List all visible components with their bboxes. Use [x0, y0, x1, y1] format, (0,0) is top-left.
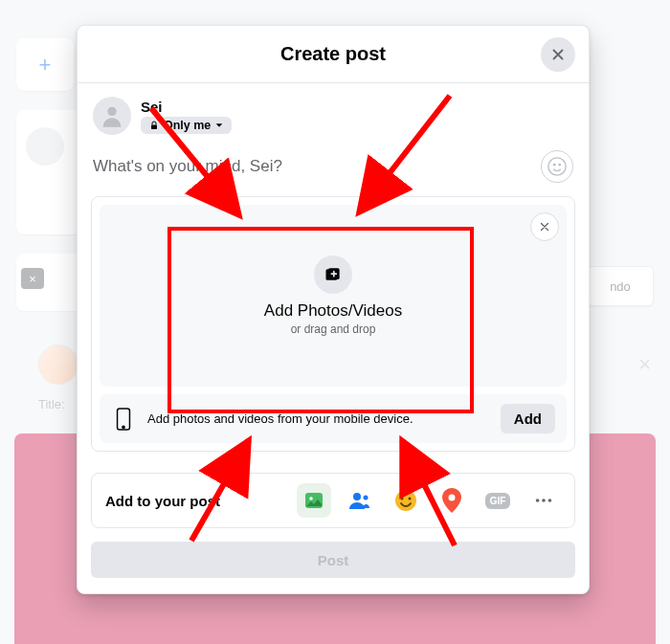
- mobile-upload-text: Add photos and videos from your mobile d…: [147, 411, 489, 426]
- privacy-label: Only me: [164, 119, 211, 132]
- avatar: [93, 97, 131, 135]
- photo-video-icon[interactable]: [297, 483, 331, 518]
- user-name: Sei: [141, 99, 232, 115]
- attach-icons: GIF: [297, 483, 561, 518]
- add-media-icon: [314, 255, 352, 294]
- svg-point-17: [449, 495, 456, 501]
- svg-point-15: [401, 498, 404, 500]
- close-icon: [549, 46, 567, 63]
- user-icon: [99, 102, 125, 129]
- user-meta: Sei Only me: [141, 99, 232, 134]
- mobile-upload-bar: Add photos and videos from your mobile d…: [100, 394, 567, 443]
- tag-people-icon[interactable]: [343, 483, 377, 518]
- chevron-down-icon: [214, 121, 224, 130]
- feeling-icon[interactable]: [389, 483, 423, 518]
- close-button[interactable]: [541, 37, 575, 72]
- svg-rect-1: [151, 124, 157, 129]
- svg-point-4: [559, 164, 560, 165]
- upload-dropzone[interactable]: Add Photos/Videos or drag and drop: [100, 205, 567, 387]
- lock-icon: [148, 120, 160, 131]
- attach-label: Add to your post: [105, 493, 220, 509]
- svg-point-14: [395, 490, 416, 511]
- upload-close-button[interactable]: [530, 212, 559, 241]
- svg-point-0: [107, 107, 116, 116]
- gif-icon[interactable]: GIF: [480, 483, 515, 518]
- attach-row: Add to your post GIF: [91, 473, 575, 528]
- svg-point-18: [536, 499, 540, 502]
- upload-title: Add Photos/Videos: [264, 301, 402, 321]
- svg-point-12: [353, 493, 361, 500]
- phone-icon: [111, 407, 136, 432]
- modal-title: Create post: [280, 43, 386, 65]
- post-button[interactable]: Post: [91, 542, 575, 578]
- upload-section: Add Photos/Videos or drag and drop Add p…: [78, 189, 589, 459]
- create-post-modal: Create post Sei Only me What's on your m…: [77, 25, 590, 594]
- svg-point-16: [409, 498, 412, 500]
- svg-point-11: [309, 497, 313, 500]
- svg-point-13: [364, 496, 368, 500]
- composer[interactable]: What's on your mind, Sei?: [78, 141, 589, 189]
- more-icon[interactable]: [526, 483, 561, 518]
- smiley-icon: [547, 156, 568, 177]
- checkin-icon[interactable]: [435, 483, 469, 518]
- upload-zone: Add Photos/Videos or drag and drop Add p…: [91, 196, 575, 452]
- svg-point-3: [554, 164, 555, 165]
- user-row: Sei Only me: [78, 83, 589, 141]
- svg-point-20: [548, 499, 552, 502]
- composer-placeholder: What's on your mind, Sei?: [93, 157, 282, 176]
- svg-point-9: [123, 426, 124, 428]
- svg-point-19: [542, 499, 546, 502]
- modal-header: Create post: [78, 26, 589, 83]
- emoji-button[interactable]: [541, 150, 573, 183]
- upload-subtitle: or drag and drop: [291, 322, 376, 336]
- close-icon: [538, 220, 551, 233]
- privacy-selector[interactable]: Only me: [141, 117, 232, 134]
- mobile-add-button[interactable]: Add: [501, 404, 555, 433]
- svg-point-2: [548, 158, 566, 175]
